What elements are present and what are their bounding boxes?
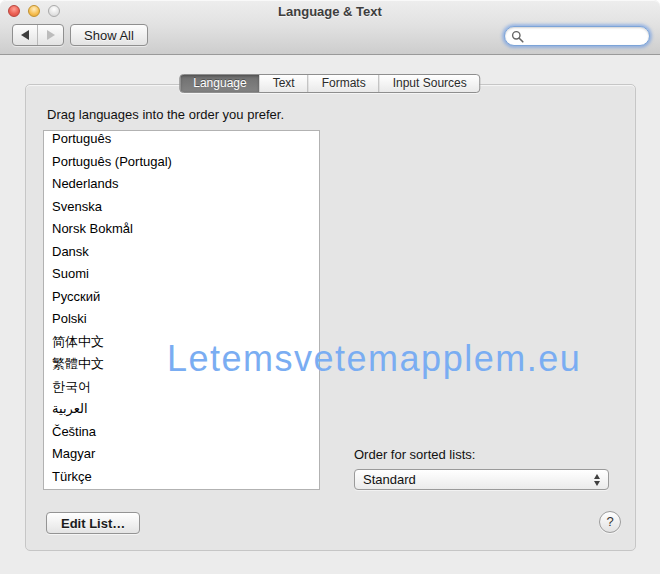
language-list-rows: PortuguêsPortuguês (Portugal)NederlandsS… [44, 130, 319, 488]
tab-input-sources[interactable]: Input Sources [379, 75, 480, 92]
search-input[interactable] [527, 28, 643, 44]
tab-language[interactable]: Language [180, 75, 259, 92]
language-list-item[interactable]: Svenska [44, 196, 319, 219]
show-all-button[interactable]: Show All [70, 24, 148, 46]
sorted-lists-value: Standard [363, 472, 594, 487]
popup-stepper-icon [594, 474, 600, 486]
language-list-item[interactable]: Русский [44, 286, 319, 309]
tab-text[interactable]: Text [260, 75, 308, 92]
back-button[interactable] [13, 25, 38, 45]
language-list-item[interactable]: 简体中文 [44, 331, 319, 354]
sorted-lists-popup[interactable]: Standard [354, 469, 609, 490]
language-list-item[interactable]: Português (Portugal) [44, 151, 319, 174]
language-list: PortuguêsPortuguês (Portugal)NederlandsS… [43, 130, 320, 490]
instruction-text: Drag languages into the order you prefer… [47, 107, 284, 122]
forward-button[interactable] [38, 25, 63, 45]
forward-icon [47, 30, 55, 40]
back-icon [21, 30, 29, 40]
history-nav [12, 24, 64, 46]
language-list-item[interactable]: Türkçe [44, 466, 319, 489]
language-list-item[interactable]: Magyar [44, 443, 319, 466]
window-title: Language & Text [0, 4, 660, 19]
title-bar: Language & Text Show All [0, 0, 660, 55]
sorted-lists-label: Order for sorted lists: [354, 447, 475, 462]
language-list-item[interactable]: Suomi [44, 263, 319, 286]
language-list-item[interactable]: Polski [44, 308, 319, 331]
language-list-item[interactable]: Português [44, 130, 319, 151]
language-list-item[interactable]: Čeština [44, 421, 319, 444]
search-field[interactable] [504, 26, 650, 46]
language-list-item[interactable]: 繁體中文 [44, 353, 319, 376]
language-list-item[interactable]: Norsk Bokmål [44, 218, 319, 241]
language-list-item[interactable]: Nederlands [44, 173, 319, 196]
preference-pane: Language Text Formats Input Sources Drag… [0, 56, 660, 574]
tab-bar: Language Text Formats Input Sources [179, 74, 480, 93]
language-text-window: Language & Text Show All Language Text F… [0, 0, 660, 574]
search-icon [511, 30, 524, 43]
language-list-item[interactable]: 한국어 [44, 376, 319, 399]
language-panel: Drag languages into the order you prefer… [25, 84, 636, 551]
edit-list-button[interactable]: Edit List… [46, 512, 140, 534]
language-list-item[interactable]: Dansk [44, 241, 319, 264]
help-button[interactable]: ? [599, 511, 621, 533]
language-list-item[interactable]: العربية [44, 398, 319, 421]
tab-formats[interactable]: Formats [308, 75, 379, 92]
